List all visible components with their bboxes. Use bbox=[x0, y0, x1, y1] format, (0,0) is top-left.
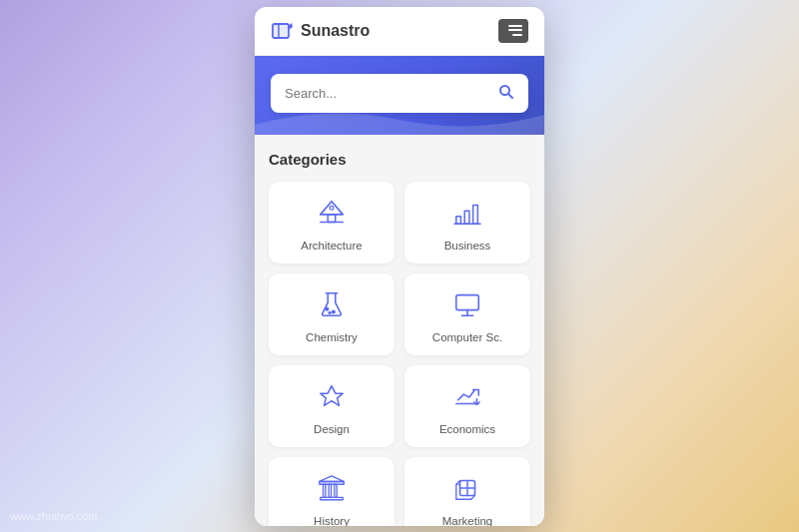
design-label: Design bbox=[314, 423, 350, 435]
history-label: History bbox=[314, 515, 350, 526]
menu-bar-1 bbox=[508, 25, 522, 27]
svg-point-13 bbox=[332, 310, 335, 313]
computer-label: Computer Sc. bbox=[432, 331, 502, 343]
svg-rect-23 bbox=[324, 484, 326, 497]
svg-rect-4 bbox=[328, 214, 336, 222]
categories-grid: Architecture Business bbox=[269, 182, 530, 526]
business-label: Business bbox=[444, 240, 491, 252]
search-input[interactable] bbox=[285, 86, 490, 101]
svg-point-6 bbox=[330, 206, 334, 210]
design-icon bbox=[317, 381, 347, 415]
categories-title: Categories bbox=[269, 151, 530, 168]
business-icon bbox=[452, 198, 482, 232]
svg-rect-7 bbox=[456, 216, 461, 224]
main-content: Categories Architecture bbox=[255, 135, 544, 526]
category-card-marketing[interactable]: Marketing bbox=[404, 457, 530, 526]
category-card-computer[interactable]: Computer Sc. bbox=[404, 273, 530, 355]
svg-rect-0 bbox=[273, 24, 289, 38]
menu-bar-2 bbox=[508, 29, 522, 31]
search-banner bbox=[255, 56, 544, 135]
header: Sunastro bbox=[255, 7, 544, 56]
menu-button[interactable] bbox=[498, 19, 528, 43]
phone-container: Sunastro Categories bbox=[255, 7, 544, 526]
svg-marker-26 bbox=[320, 475, 344, 481]
economics-icon bbox=[452, 381, 482, 415]
architecture-label: Architecture bbox=[301, 240, 362, 252]
chemistry-icon bbox=[317, 289, 347, 323]
marketing-label: Marketing bbox=[442, 515, 493, 526]
svg-point-12 bbox=[326, 307, 329, 310]
category-card-history[interactable]: History bbox=[269, 457, 395, 526]
marketing-icon bbox=[452, 473, 482, 507]
chemistry-label: Chemistry bbox=[306, 331, 358, 343]
svg-point-14 bbox=[329, 311, 331, 313]
category-card-architecture[interactable]: Architecture bbox=[269, 182, 395, 264]
economics-label: Economics bbox=[439, 423, 495, 435]
computer-icon bbox=[452, 289, 482, 323]
svg-rect-24 bbox=[329, 484, 331, 497]
category-card-economics[interactable]: Economics bbox=[404, 365, 530, 447]
logo-area: Sunastro bbox=[271, 21, 370, 41]
svg-rect-15 bbox=[456, 294, 479, 309]
svg-rect-8 bbox=[464, 211, 469, 224]
menu-bar-3 bbox=[512, 34, 522, 36]
svg-rect-25 bbox=[335, 484, 337, 497]
category-card-design[interactable]: Design bbox=[269, 365, 395, 447]
svg-line-2 bbox=[508, 94, 512, 98]
architecture-icon bbox=[317, 198, 347, 232]
svg-marker-18 bbox=[321, 385, 344, 405]
logo-icon bbox=[271, 21, 295, 41]
history-icon bbox=[317, 473, 347, 507]
category-card-business[interactable]: Business bbox=[404, 182, 530, 264]
search-box[interactable] bbox=[271, 74, 528, 113]
search-icon[interactable] bbox=[498, 84, 514, 103]
category-card-chemistry[interactable]: Chemistry bbox=[269, 273, 395, 355]
watermark: www.zhutiwo.com bbox=[10, 510, 97, 522]
svg-rect-9 bbox=[473, 205, 478, 224]
svg-marker-3 bbox=[321, 201, 344, 214]
logo-text: Sunastro bbox=[301, 22, 370, 40]
